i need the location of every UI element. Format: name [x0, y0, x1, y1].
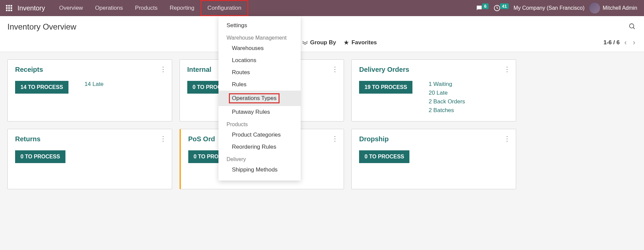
username: Mitchell Admin: [603, 5, 637, 11]
svg-rect-5: [11, 7, 12, 9]
card-delivery-orders[interactable]: ⋮ Delivery Orders 19 TO PROCESS 1 Waitin…: [351, 59, 516, 121]
card-returns[interactable]: ⋮ Returns 0 TO PROCESS: [7, 129, 172, 189]
user-menu[interactable]: Mitchell Admin: [589, 3, 637, 13]
company-selector[interactable]: My Company (San Francisco): [513, 5, 585, 11]
avatar: [589, 3, 600, 13]
dd-header-warehouse: Warehouse Management: [218, 32, 301, 42]
pager-next-icon[interactable]: ›: [632, 38, 637, 47]
messages-badge: 6: [482, 3, 489, 9]
svg-rect-3: [6, 7, 8, 9]
dd-item-rules[interactable]: Rules: [218, 79, 301, 91]
card-dropship[interactable]: ⋮ Dropship 0 TO PROCESS: [351, 129, 516, 189]
dd-item-reordering-rules[interactable]: Reordering Rules: [218, 141, 301, 153]
svg-rect-7: [8, 10, 10, 11]
page-title: Inventory Overview: [7, 22, 637, 32]
dd-header-products: Products: [218, 118, 301, 129]
apps-icon[interactable]: [3, 2, 15, 14]
svg-rect-0: [6, 5, 8, 7]
pager: 1-6 / 6 ‹ ›: [603, 38, 637, 47]
dd-item-operations-types[interactable]: Operations Types: [218, 91, 301, 106]
process-button[interactable]: 19 TO PROCESS: [359, 81, 412, 94]
top-navbar: Inventory Overview Operations Products R…: [0, 0, 644, 16]
nav-item-configuration[interactable]: Configuration: [200, 0, 248, 16]
configuration-dropdown: Settings Warehouse Management Warehouses…: [218, 16, 301, 181]
toolbar-row: Group By Favorites 1-6 / 6 ‹ ›: [7, 38, 637, 47]
card-menu-icon[interactable]: ⋮: [332, 135, 338, 143]
card-menu-icon[interactable]: ⋮: [504, 135, 510, 143]
card-menu-icon[interactable]: ⋮: [160, 65, 166, 73]
card-link[interactable]: 2 Back Orders: [429, 98, 465, 105]
dd-item-locations[interactable]: Locations: [218, 54, 301, 66]
nav-item-overview[interactable]: Overview: [53, 0, 89, 16]
card-title: Dropship: [359, 135, 508, 143]
nav-item-operations[interactable]: Operations: [89, 0, 129, 16]
svg-line-11: [633, 28, 635, 29]
dd-item-settings[interactable]: Settings: [218, 19, 301, 32]
svg-rect-8: [11, 10, 12, 11]
nav-item-reporting[interactable]: Reporting: [163, 0, 200, 16]
svg-rect-2: [11, 5, 12, 7]
search-icon[interactable]: [629, 23, 636, 32]
pager-text: 1-6 / 6: [603, 39, 620, 46]
card-title: Receipts: [15, 66, 164, 73]
dd-item-putaway-rules[interactable]: Putaway Rules: [218, 106, 301, 118]
groupby-label: Group By: [310, 39, 336, 46]
pager-prev-icon[interactable]: ‹: [623, 38, 628, 47]
card-menu-icon[interactable]: ⋮: [504, 65, 510, 73]
messages-icon[interactable]: 6: [476, 4, 489, 12]
card-title: Returns: [15, 135, 164, 143]
card-link[interactable]: 14 Late: [85, 81, 104, 88]
svg-rect-4: [8, 7, 10, 9]
process-button[interactable]: 0 TO PROCESS: [359, 150, 409, 163]
topnav-right: 6 41 My Company (San Francisco) Mitchell…: [476, 3, 641, 13]
svg-rect-1: [8, 5, 10, 7]
card-link[interactable]: 2 Batches: [429, 107, 465, 114]
card-menu-icon[interactable]: ⋮: [160, 135, 166, 143]
favorites-button[interactable]: Favorites: [343, 39, 377, 46]
activities-icon[interactable]: 41: [493, 4, 509, 12]
app-brand[interactable]: Inventory: [17, 4, 45, 12]
nav-item-products[interactable]: Products: [129, 0, 163, 16]
dd-item-routes[interactable]: Routes: [218, 66, 301, 79]
card-receipts[interactable]: ⋮ Receipts 14 TO PROCESS 14 Late: [7, 59, 172, 121]
card-link[interactable]: 1 Waiting: [429, 81, 465, 88]
svg-rect-6: [6, 10, 8, 11]
dd-item-warehouses[interactable]: Warehouses: [218, 42, 301, 54]
dd-header-delivery: Delivery: [218, 153, 301, 164]
card-title: Delivery Orders: [359, 66, 508, 73]
process-button[interactable]: 14 TO PROCESS: [15, 81, 68, 94]
groupby-button[interactable]: Group By: [302, 39, 336, 46]
nav-items: Overview Operations Products Reporting C…: [53, 0, 248, 16]
card-link[interactable]: 20 Late: [429, 90, 465, 96]
dd-highlight-box: Operations Types: [229, 93, 280, 103]
card-menu-icon[interactable]: ⋮: [332, 65, 338, 73]
dd-item-product-categories[interactable]: Product Categories: [218, 129, 301, 141]
activities-badge: 41: [500, 3, 509, 9]
control-panel: Inventory Overview Group By Favorites 1-…: [0, 16, 644, 52]
process-button[interactable]: 0 TO PROCESS: [15, 150, 65, 163]
favorites-label: Favorites: [351, 39, 377, 46]
dd-item-shipping-methods[interactable]: Shipping Methods: [218, 164, 301, 176]
svg-point-10: [630, 24, 634, 28]
